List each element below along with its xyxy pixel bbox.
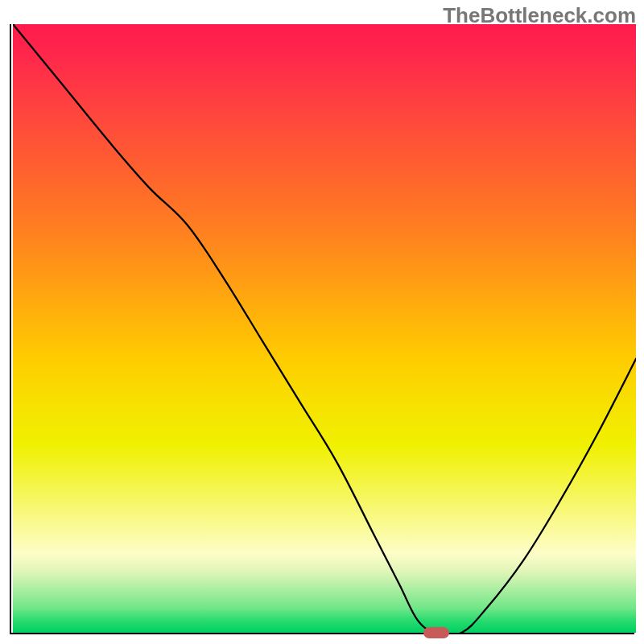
chart-container: TheBottleneck.com (0, 0, 644, 644)
bottleneck-curve-path (13, 24, 636, 633)
optimum-marker (423, 627, 449, 638)
plot-area (10, 24, 634, 634)
curve-svg (13, 24, 636, 633)
